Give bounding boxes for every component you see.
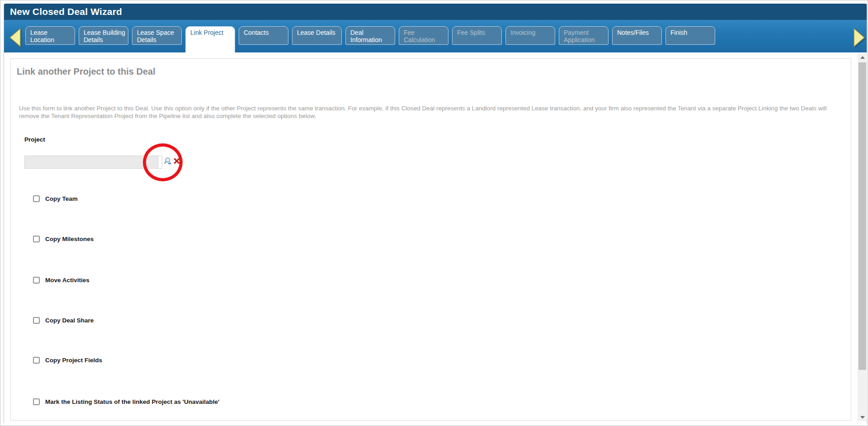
copy-deal-share-checkbox[interactable] xyxy=(33,317,40,324)
tab-notes-files[interactable]: Notes/Files xyxy=(612,26,662,45)
copy-team-label: Copy Team xyxy=(45,194,78,203)
tab-fee-calculation: Fee Calculation xyxy=(399,26,448,45)
yellow-left-arrow-icon xyxy=(8,27,22,48)
copy-deal-share-label: Copy Deal Share xyxy=(45,316,94,325)
copy-team-checkbox[interactable] xyxy=(33,195,40,202)
tab-lease-details[interactable]: Lease Details xyxy=(292,26,342,45)
project-field-label: Project xyxy=(24,136,45,143)
copy-project-fields-label: Copy Project Fields xyxy=(45,356,102,364)
copy-project-fields-checkbox[interactable] xyxy=(33,357,40,364)
copy-milestones-checkbox[interactable] xyxy=(33,236,40,242)
project-lookup-button[interactable] xyxy=(164,157,172,167)
wizard-body: Link another Project to this Deal Use th… xyxy=(4,52,867,424)
scrollbar-thumb[interactable] xyxy=(859,62,866,370)
tab-list: Lease Location Lease Building Details Le… xyxy=(25,26,715,52)
checkbox-row-copy-team: Copy Team xyxy=(33,194,78,203)
magnifier-lookup-icon xyxy=(164,157,172,166)
mark-listing-status-checkbox[interactable] xyxy=(33,398,40,405)
tab-lease-location[interactable]: Lease Location xyxy=(25,26,75,45)
tab-invoicing: Invoicing xyxy=(505,26,555,45)
tab-fee-splits: Fee Splits xyxy=(452,26,502,45)
tab-contacts[interactable]: Contacts xyxy=(239,26,288,45)
move-activities-checkbox[interactable] xyxy=(33,277,40,284)
tab-lease-building-details[interactable]: Lease Building Details xyxy=(79,26,128,45)
project-input[interactable] xyxy=(24,156,158,169)
project-field-row xyxy=(24,155,180,169)
project-input-end-cap xyxy=(158,156,162,169)
tabs-scroll-left-button[interactable] xyxy=(8,27,22,48)
tab-finish[interactable]: Finish xyxy=(665,26,715,45)
tab-deal-information[interactable]: Deal Information xyxy=(345,26,395,45)
section-heading: Link another Project to this Deal xyxy=(17,66,156,77)
checkbox-row-copy-project-fields: Copy Project Fields xyxy=(33,356,102,364)
title-bar: New Closed Deal Wizard xyxy=(4,4,867,20)
checkbox-row-move-activities: Move Activities xyxy=(33,276,90,284)
vertical-scrollbar[interactable] xyxy=(858,53,867,421)
tab-payment-application: Payment Application xyxy=(559,26,609,45)
tabs-scroll-right-button[interactable] xyxy=(853,27,866,48)
project-clear-button[interactable] xyxy=(174,158,180,166)
yellow-right-arrow-icon xyxy=(853,27,866,48)
page-title: New Closed Deal Wizard xyxy=(4,4,867,20)
scroll-down-arrow-icon xyxy=(860,416,865,419)
scroll-up-arrow-icon xyxy=(860,56,865,59)
mark-listing-status-label: Mark the Listing Status of the linked Pr… xyxy=(45,398,219,406)
move-activities-label: Move Activities xyxy=(45,276,90,284)
new-closed-deal-wizard-window: New Closed Deal Wizard Lease Location Le… xyxy=(4,4,867,424)
checkbox-row-mark-listing-status: Mark the Listing Status of the linked Pr… xyxy=(33,398,219,406)
tab-link-project[interactable]: Link Project xyxy=(185,26,235,52)
tab-lease-space-details[interactable]: Lease Space Details xyxy=(132,26,182,45)
checkbox-row-copy-milestones: Copy Milestones xyxy=(33,235,94,243)
red-x-clear-icon xyxy=(174,158,180,164)
scrollbar-up-button[interactable] xyxy=(858,53,867,61)
section-description: Use this form to link another Project to… xyxy=(19,105,835,120)
page: New Closed Deal Wizard Lease Location Le… xyxy=(0,0,868,426)
scrollbar-down-button[interactable] xyxy=(858,413,867,421)
link-project-panel: Link another Project to this Deal Use th… xyxy=(10,58,851,421)
wizard-tab-strip: Lease Location Lease Building Details Le… xyxy=(4,20,867,52)
copy-milestones-label: Copy Milestones xyxy=(45,235,94,243)
checkbox-row-copy-deal-share: Copy Deal Share xyxy=(33,316,94,325)
